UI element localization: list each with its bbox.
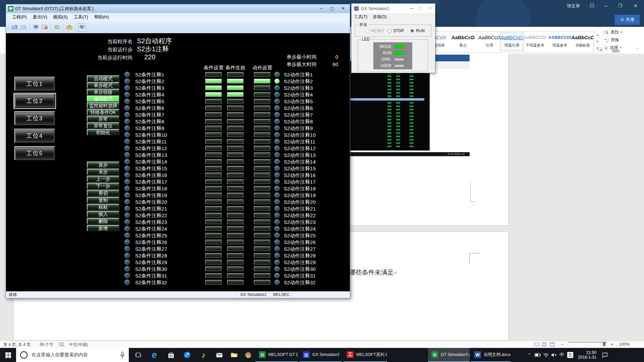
taskbar-app-gx-simulator[interactable]: ▥GX Simulator2 bbox=[300, 348, 342, 362]
ime-indicator[interactable]: 中 bbox=[558, 348, 566, 362]
collapse-ribbon-icon[interactable]: ⌃ bbox=[636, 48, 639, 52]
zoom-slider-track[interactable] bbox=[568, 342, 607, 343]
read-mode-icon[interactable] bbox=[534, 342, 539, 348]
zoom-in-button[interactable]: + bbox=[610, 342, 613, 347]
task-view-icon[interactable] bbox=[131, 348, 146, 362]
taskbar-app-word[interactable]: W说明文档.docx - ... bbox=[471, 348, 511, 362]
station-button-4[interactable]: 工位4 bbox=[14, 129, 55, 143]
gt-maximize-button[interactable]: ▢ bbox=[327, 5, 337, 12]
gx-minimize-button[interactable]: ─ bbox=[407, 4, 416, 13]
find-button[interactable]: 查找▾ bbox=[604, 29, 622, 36]
gx-menu-2[interactable]: 选项(O) bbox=[370, 14, 389, 20]
tray-clock[interactable]: 21:50 2018-1-31 bbox=[574, 348, 596, 362]
radio-run[interactable]: RUN bbox=[410, 28, 425, 33]
start-button[interactable] bbox=[0, 348, 16, 362]
web-layout-icon[interactable] bbox=[550, 342, 554, 348]
mode-button-8[interactable]: 异常复位 bbox=[87, 122, 119, 129]
taskbar-app-gt-designer[interactable]: GMELSOFT GT Des... bbox=[256, 348, 298, 362]
tool-app-icon[interactable] bbox=[180, 348, 195, 362]
radio-stop[interactable]: STOP bbox=[387, 28, 404, 33]
music-app-icon[interactable]: ♪ bbox=[196, 348, 211, 362]
word-restore-button[interactable]: ❐ bbox=[614, 2, 626, 10]
gt-menu-2[interactable]: 显示(V) bbox=[30, 14, 50, 20]
proofing-icon[interactable] bbox=[59, 342, 64, 348]
mode-button-6[interactable]: 转移条件OK bbox=[87, 109, 119, 115]
styles-dialog-launcher-icon[interactable]: ◢ bbox=[598, 48, 603, 52]
toolbar-transfer-icon[interactable] bbox=[66, 23, 73, 31]
toolbar-monitor-stop-icon[interactable] bbox=[41, 23, 48, 31]
store-icon[interactable] bbox=[164, 348, 178, 362]
style-chip-6[interactable]: AABBCCDI明显参考 bbox=[548, 33, 571, 50]
toolbar-monitor-start-icon[interactable] bbox=[32, 23, 40, 31]
share-button[interactable]: 共享 bbox=[615, 15, 640, 25]
ribbon-display-options-icon[interactable] bbox=[586, 2, 598, 10]
gallery-up-icon[interactable]: ▲ bbox=[594, 32, 601, 38]
step-button-5[interactable]: 剪切 bbox=[87, 190, 119, 196]
station-button-2[interactable]: 工位2 bbox=[14, 94, 55, 108]
style-chip-5[interactable]: AABBCCDI不明显参考 bbox=[524, 33, 546, 50]
gt-close-button[interactable]: ✕ bbox=[338, 5, 348, 12]
step-button-6[interactable]: 复制 bbox=[87, 197, 119, 203]
radio-reset[interactable]: RESET bbox=[365, 28, 384, 33]
toolbar-open-recent-icon[interactable] bbox=[20, 23, 27, 31]
step-button-4[interactable]: 下一步 bbox=[87, 183, 119, 189]
mode-button-2[interactable]: 单步模式 bbox=[87, 82, 119, 88]
station-button-3[interactable]: 工位3 bbox=[14, 111, 55, 125]
toolbar-open-project-icon[interactable] bbox=[11, 23, 18, 31]
gt-minimize-button[interactable]: ─ bbox=[316, 5, 326, 12]
gt-titlebar[interactable]: GT Simulator3 (GT27) [工程标题未设置 ] ─ ▢ ✕ bbox=[6, 4, 350, 13]
word-minimize-button[interactable]: ─ bbox=[600, 2, 612, 10]
mode-button-4[interactable]: 编辑模式 bbox=[87, 96, 119, 102]
mode-button-7[interactable]: 异常 bbox=[87, 116, 119, 122]
step-button-9[interactable]: 删除 bbox=[87, 218, 119, 224]
mode-button-9[interactable]: 初始化 bbox=[87, 129, 119, 135]
gt-menu-3[interactable]: 模拟(S) bbox=[50, 14, 71, 20]
toolbar-screen-preview-icon[interactable] bbox=[78, 23, 86, 31]
chrome-icon[interactable] bbox=[241, 348, 256, 362]
gx-titlebar[interactable]: GX Simulator2 ─ ▢ ✕ bbox=[352, 4, 435, 13]
style-chip-4[interactable]: AaBbCcD.明显引用 bbox=[500, 33, 524, 51]
gt-menu-1[interactable]: 工程(P) bbox=[9, 14, 30, 20]
step-button-7[interactable]: 粘粘 bbox=[87, 204, 119, 210]
step-button-8[interactable]: 插入 bbox=[87, 211, 119, 217]
station-button-1[interactable]: 工位1 bbox=[14, 77, 55, 91]
style-chip-7[interactable]: AaBbCcD书籍标题 bbox=[571, 33, 594, 50]
action-center-icon[interactable] bbox=[600, 348, 610, 362]
volume-muted-icon[interactable] bbox=[550, 348, 558, 362]
word-count[interactable]: 59 个字 bbox=[40, 342, 53, 348]
taskbar-search-input[interactable]: 在这里输入你要搜索的内容 bbox=[16, 348, 129, 362]
mode-button-5[interactable]: 监控超时选择 bbox=[87, 102, 119, 109]
gt-menu-5[interactable]: 帮助(H) bbox=[91, 14, 112, 20]
step-button-2[interactable]: 末步 bbox=[87, 169, 119, 175]
page-indicator[interactable]: 第 4 页, 共 4 页 bbox=[3, 342, 31, 348]
tray-expand-icon[interactable]: ⌃ bbox=[525, 348, 533, 362]
gx-menu-1[interactable]: 工具(T) bbox=[352, 14, 370, 20]
zoom-out-button[interactable]: − bbox=[561, 342, 564, 347]
language-indicator[interactable]: 中文(中国) bbox=[69, 342, 88, 348]
gallery-down-icon[interactable]: ▼ bbox=[594, 38, 601, 45]
gx-maximize-button[interactable]: ▢ bbox=[416, 4, 426, 13]
replace-button[interactable]: abac 替换 bbox=[604, 37, 619, 43]
toolbar-device-monitor-icon[interactable]: DEV bbox=[53, 23, 61, 31]
word-close-button[interactable]: ✕ bbox=[630, 2, 641, 10]
edge-icon[interactable]: e bbox=[147, 348, 162, 362]
mode-button-3[interactable]: 单步转移 bbox=[87, 89, 119, 95]
station-button-5[interactable]: 工位5 bbox=[14, 146, 55, 160]
gt-menu-4[interactable]: 工具(T) bbox=[71, 14, 91, 20]
step-button-10[interactable]: 新增 bbox=[87, 225, 119, 231]
step-button-3[interactable]: 上一步 bbox=[87, 176, 119, 182]
style-chip-2[interactable]: AaBbCcD要点 bbox=[451, 33, 474, 50]
zoom-level[interactable]: 100% bbox=[619, 342, 630, 347]
style-chip-3[interactable]: AaBbCcD引用 bbox=[478, 33, 501, 50]
microphone-icon[interactable] bbox=[120, 352, 125, 358]
zoom-slider-thumb[interactable] bbox=[603, 342, 605, 346]
taskbar-app-gx-works[interactable]: 工MELSOFT系列 GX... bbox=[343, 348, 387, 362]
ime-wubi-icon[interactable]: 五 bbox=[566, 348, 574, 362]
battery-icon[interactable] bbox=[533, 348, 542, 362]
gx-close-button[interactable]: ✕ bbox=[426, 4, 435, 13]
taskbar-app-gt-simulator[interactable]: GGT Simulator3 (G... bbox=[428, 348, 470, 362]
mode-button-1[interactable]: 自动模式 bbox=[87, 75, 119, 82]
file-explorer-icon[interactable] bbox=[227, 348, 241, 362]
step-button-1[interactable]: 首步 bbox=[87, 162, 119, 168]
print-layout-icon[interactable] bbox=[542, 342, 546, 348]
